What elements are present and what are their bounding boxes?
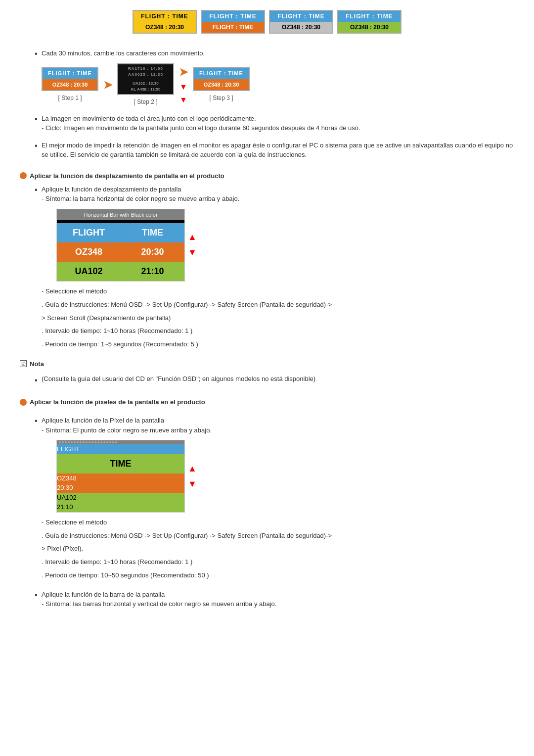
- dot2: [62, 441, 64, 443]
- bullet1-marker: •: [35, 48, 42, 59]
- step2-box: RA1710 : 14:00AA0025 : 12:35 UA102 : 13:…: [117, 63, 174, 106]
- section1-bullet1: • Aplique la función de desplazamiento d…: [35, 185, 514, 353]
- step2-card: RA1710 : 14:00AA0025 : 12:35 UA102 : 13:…: [117, 63, 174, 95]
- section1-title: Aplicar la función de desplazamiento de …: [30, 172, 224, 180]
- section2-bullet2-content: Aplique la función de la barra de la pan…: [42, 590, 514, 609]
- section1-panel-row1: FLIGHT TIME: [57, 223, 184, 242]
- section1-cell-oz348: OZ348: [57, 242, 121, 262]
- section2-title: Aplicar la función de pixeles de la pant…: [30, 398, 205, 406]
- arrow1-icon: ➤: [103, 77, 112, 93]
- section1-panel-header: Horizontal Bar with Black color: [57, 209, 184, 221]
- section2-bullet2: • Aplique la función de la barra de la p…: [35, 590, 514, 609]
- note-text: (Consulte la guía del usuario del CD en …: [42, 375, 315, 382]
- section2-guide1: . Guía de instrucciones: Menú OSD -> Set…: [42, 531, 514, 541]
- section2-bullet1: • Aplique la función de la Píxel de la p…: [35, 416, 514, 583]
- section1-cell-2110: 21:10: [121, 262, 184, 281]
- card4-header: FLIGHT : TIME: [338, 11, 400, 22]
- section1-guide4: . Periodo de tiempo: 1~5 segundos (Recom…: [42, 339, 514, 350]
- top-cards-section: FLIGHT : TIME OZ348 : 20:30 FLIGHT : TIM…: [20, 10, 514, 34]
- card1-sub: OZ348 : 20:30: [134, 22, 196, 33]
- note-header: ☑ Nota: [20, 360, 514, 368]
- section2-cell-oz348: OZ348: [57, 473, 184, 483]
- section2-guide4: . Periodo de tiempo: 10~50 segundos (Rec…: [42, 570, 514, 581]
- section1-arrow-down: ▼: [188, 246, 197, 259]
- bullet2-subtext: - Ciclo: Imagen en movimiento de la pant…: [42, 124, 360, 132]
- dot6: [74, 441, 76, 443]
- dot5: [71, 441, 73, 443]
- bullet2-item: • La imagen en movimiento de toda el áre…: [35, 114, 514, 133]
- step1-label: [ Step 1 ]: [58, 94, 82, 102]
- section2-display-panel: FLIGHT TIME OZ348 20:30 UA102 21:10: [56, 440, 185, 513]
- section1-panel-row2: OZ348 20:30: [57, 242, 184, 262]
- section2-bullet2-marker: •: [35, 590, 42, 601]
- bullet2-marker: •: [35, 114, 42, 125]
- section2-guide2: > Pixel (Píxel).: [42, 544, 514, 554]
- dot3: [65, 441, 67, 443]
- section2-cell-time: TIME: [57, 454, 184, 473]
- section1-symptom: - Síntoma: la barra horizontal de color …: [42, 195, 239, 202]
- section1-guide3: . Intervalo de tiempo: 1~10 horas (Recom…: [42, 326, 514, 336]
- card4-sub: OZ348 : 20:30: [338, 22, 400, 33]
- bullet2-content: La imagen en movimiento de toda el área …: [42, 114, 514, 133]
- arrow-down-2: ▼: [179, 94, 187, 106]
- step3-card: FLIGHT : TIME OZ348 : 20:30: [193, 67, 250, 91]
- dot1: [59, 441, 61, 443]
- card2-sub: FLIGHT : TIME: [202, 22, 264, 33]
- bullet1-item: • Cada 30 minutos, cambie los caracteres…: [35, 48, 514, 106]
- dot7: [77, 441, 79, 443]
- dot4: [68, 441, 70, 443]
- note-bullet: • (Consulte la guía del usuario del CD e…: [35, 375, 514, 386]
- section1-display-panel: Horizontal Bar with Black color FLIGHT T…: [56, 209, 185, 282]
- bullet1-section: • Cada 30 minutos, cambie los caracteres…: [20, 48, 514, 106]
- step2-sub: UA102 : 13:30KL A45E : 11:50: [118, 79, 173, 94]
- section1-bullet-marker: •: [35, 185, 42, 195]
- dot13: [94, 441, 96, 443]
- step3-label: [ Step 3 ]: [209, 94, 233, 102]
- section2-cell-2110: 21:10: [57, 502, 184, 512]
- dot19: [112, 441, 114, 443]
- flight-card-1: FLIGHT : TIME OZ348 : 20:30: [133, 10, 197, 34]
- section1-panel-wrapper: Horizontal Bar with Black color FLIGHT T…: [42, 204, 514, 287]
- flight-card-4: FLIGHT : TIME OZ348 : 20:30: [337, 10, 401, 34]
- section1-method: - Seleccione el método: [42, 286, 514, 297]
- bullet2-section: • La imagen en movimiento de toda el áre…: [20, 114, 514, 133]
- step1-sub: OZ348 : 20:30: [43, 79, 97, 91]
- dot12: [91, 441, 93, 443]
- dot8: [80, 441, 82, 443]
- section2-container: Aplicar la función de pixeles de la pant…: [20, 398, 514, 609]
- card3-sub: OZ348 : 20:30: [270, 22, 332, 33]
- section2-guide3: . Intervalo de tiempo: 1~10 horas (Recom…: [42, 557, 514, 567]
- section2-bullet1-text: Aplique la función de la Píxel de la pan…: [42, 417, 164, 424]
- card3-header: FLIGHT : TIME: [270, 11, 332, 22]
- section1-cell-flight: FLIGHT: [57, 223, 121, 242]
- dot10: [86, 441, 88, 443]
- section2-arrow-up: ▲: [188, 462, 197, 475]
- section2-arrow-down: ▼: [188, 477, 197, 491]
- steps-row: FLIGHT : TIME OZ348 : 20:30 [ Step 1 ] ➤…: [42, 63, 514, 106]
- step2-label: [ Step 2 ]: [134, 97, 157, 106]
- bullet1-text: Cada 30 minutos, cambie los caracteres c…: [42, 49, 205, 57]
- section2-panel-row1: FLIGHT TIME: [57, 444, 184, 473]
- section2-panel-wrapper: FLIGHT TIME OZ348 20:30 UA102 21:10: [42, 435, 514, 518]
- step3-box: FLIGHT : TIME OZ348 : 20:30 [ Step 3 ]: [193, 67, 250, 102]
- section2-cell-ua102: UA102: [57, 493, 184, 503]
- section2-orange-icon: [20, 399, 27, 406]
- section1-content: • Aplique la función de desplazamiento d…: [20, 185, 514, 353]
- arrow2-icon: ➤: [179, 64, 188, 80]
- section1-cell-time: TIME: [121, 223, 184, 242]
- section1-bullet-content: Aplique la función de desplazamiento de …: [42, 185, 514, 353]
- section2-bullet2-text: Aplique la función de la barra de la pan…: [42, 591, 165, 598]
- flight-card-2: FLIGHT : TIME FLIGHT : TIME: [201, 10, 265, 34]
- section1-orange-icon: [20, 172, 27, 179]
- note-checkbox-icon: ☑: [20, 360, 27, 367]
- section1-arrows: ▲ ▼: [188, 231, 197, 259]
- section2-bullet-content: Aplique la función de la Píxel de la pan…: [42, 416, 514, 583]
- section2-arrows: ▲ ▼: [188, 462, 197, 491]
- dot15: [100, 441, 102, 443]
- card1-header: FLIGHT : TIME: [134, 11, 196, 22]
- section1-cell-ua102: UA102: [57, 262, 121, 281]
- section2-bullet2-symptom: - Síntoma: las barras horizontal y verti…: [42, 600, 276, 608]
- dot18: [109, 441, 111, 443]
- bullet3-content: El mejor modo de impedir la retención de…: [42, 141, 514, 160]
- bullet3-item: • El mejor modo de impedir la retención …: [35, 141, 514, 160]
